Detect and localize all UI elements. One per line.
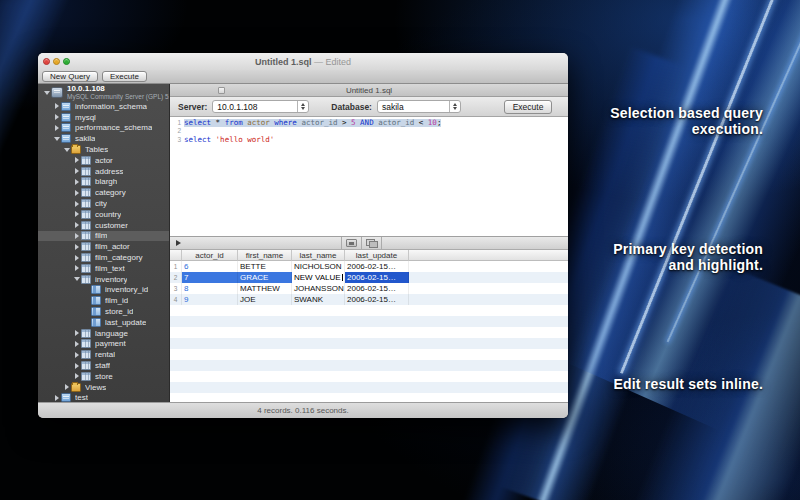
database-select[interactable]: sakila: [377, 100, 461, 113]
sidebar-item-inventory[interactable]: inventory: [38, 274, 169, 285]
sidebar-item-store-id[interactable]: store_id: [38, 306, 169, 317]
disclosure-closed-icon[interactable]: [73, 363, 81, 369]
disclosure-closed-icon[interactable]: [73, 168, 81, 174]
export-results-button[interactable]: [342, 237, 361, 249]
sidebar-item-film-category[interactable]: film_category: [38, 252, 169, 263]
disclosure-closed-icon[interactable]: [73, 265, 81, 271]
document-tab-bar[interactable]: Untitled 1.sql: [170, 84, 568, 97]
cell-last_update[interactable]: 2006-02-15…: [345, 261, 409, 272]
sidebar-item-payment[interactable]: payment: [38, 339, 169, 350]
sidebar-item-film-actor[interactable]: film_actor: [38, 241, 169, 252]
disclosure-open-icon[interactable]: [43, 91, 51, 95]
sql-editor[interactable]: 1select * from actor where actor_id > 5 …: [170, 117, 568, 236]
close-icon[interactable]: [43, 58, 50, 65]
sidebar-item-address[interactable]: address: [38, 166, 169, 177]
column-header-actor_id[interactable]: actor_id: [182, 250, 238, 261]
sidebar-item-customer[interactable]: customer: [38, 220, 169, 231]
cell-last_update[interactable]: 2006-02-15…: [345, 294, 409, 305]
disclosure-open-icon[interactable]: [73, 277, 81, 281]
disclosure-closed-icon[interactable]: [53, 395, 61, 401]
cell-last_update[interactable]: 2006-02-15…: [345, 272, 409, 283]
minimize-icon[interactable]: [53, 58, 60, 65]
cell-last_name[interactable]: JOHANSSON: [292, 283, 345, 294]
editor-line[interactable]: 1select * from actor where actor_id > 5 …: [170, 119, 568, 127]
cell-last_name[interactable]: SWANK: [292, 294, 345, 305]
sidebar-item-views[interactable]: Views: [38, 382, 169, 393]
disclosure-closed-icon[interactable]: [63, 384, 71, 390]
cell-first_name[interactable]: MATTHEW: [238, 283, 292, 294]
editor-line[interactable]: 3select 'hello world': [170, 136, 568, 144]
sidebar-item-film[interactable]: film: [38, 231, 169, 242]
database-icon: [61, 393, 71, 402]
sidebar-item-staff[interactable]: staff: [38, 360, 169, 371]
disclosure-closed-icon[interactable]: [73, 190, 81, 196]
sidebar-item-store[interactable]: store: [38, 371, 169, 382]
disclosure-closed-icon[interactable]: [73, 373, 81, 379]
cell-last_name[interactable]: NEW VALUE: [292, 272, 345, 283]
sidebar-item-actor[interactable]: actor: [38, 155, 169, 166]
sidebar-item-country[interactable]: country: [38, 209, 169, 220]
disclosure-closed-icon[interactable]: [73, 157, 81, 163]
sidebar-item-rental[interactable]: rental: [38, 349, 169, 360]
sidebar-item-language[interactable]: language: [38, 328, 169, 339]
sidebar-item-last-update[interactable]: last_update: [38, 317, 169, 328]
cell-first_name[interactable]: BETTE: [238, 261, 292, 272]
sidebar-item-film-id[interactable]: film_id: [38, 295, 169, 306]
toolbar-execute-button[interactable]: Execute: [102, 71, 147, 82]
title-bar[interactable]: Untitled 1.sql — Edited: [38, 53, 568, 70]
disclosure-closed-icon[interactable]: [53, 114, 61, 120]
sidebar-item-category[interactable]: category: [38, 187, 169, 198]
disclosure-closed-icon[interactable]: [73, 330, 81, 336]
cell-first_name[interactable]: GRACE: [238, 272, 292, 283]
result-sets-button[interactable]: [362, 237, 381, 249]
table-row[interactable]: 27GRACENEW VALUE2006-02-15…: [170, 272, 568, 283]
sidebar-item-inventory-id[interactable]: inventory_id: [38, 285, 169, 296]
sidebar-item-label: film_category: [95, 253, 143, 262]
table-icon: [81, 361, 91, 370]
server-select[interactable]: 10.0.1.108: [212, 100, 309, 113]
sidebar-item-film-text[interactable]: film_text: [38, 263, 169, 274]
disclosure-open-icon[interactable]: [53, 137, 61, 141]
column-header-first_name[interactable]: first_name: [238, 250, 292, 261]
database-label: Database:: [331, 102, 372, 112]
cell-actor_id[interactable]: 6: [182, 261, 238, 272]
disclosure-closed-icon[interactable]: [73, 341, 81, 347]
sidebar-item-mysql[interactable]: mysql: [38, 112, 169, 123]
sidebar-item-city[interactable]: city: [38, 198, 169, 209]
disclosure-closed-icon[interactable]: [73, 352, 81, 358]
sidebar-item-blargh[interactable]: blargh: [38, 177, 169, 188]
sidebar-item-information-schema[interactable]: information_schema: [38, 101, 169, 112]
cell-actor_id[interactable]: 9: [182, 294, 238, 305]
zoom-icon[interactable]: [63, 58, 70, 65]
disclosure-closed-icon[interactable]: [73, 255, 81, 261]
results-disclosure-icon[interactable]: [176, 240, 181, 246]
sidebar-item-sakila[interactable]: sakila: [38, 133, 169, 144]
disclosure-closed-icon[interactable]: [73, 179, 81, 185]
table-row[interactable]: 38MATTHEWJOHANSSON2006-02-15…: [170, 283, 568, 294]
disclosure-closed-icon[interactable]: [73, 222, 81, 228]
cell-actor_id[interactable]: 7: [182, 272, 238, 283]
disclosure-closed-icon[interactable]: [73, 211, 81, 217]
new-query-button[interactable]: New Query: [42, 71, 98, 82]
sidebar-item-10-0-1-108[interactable]: 10.0.1.108MySQL Community Server (GPL) 5…: [38, 84, 169, 101]
disclosure-closed-icon[interactable]: [53, 125, 61, 131]
disclosure-closed-icon[interactable]: [73, 233, 81, 239]
sidebar-item-performance-schema[interactable]: performance_schema: [38, 123, 169, 134]
table-row[interactable]: 49JOESWANK2006-02-15…: [170, 294, 568, 305]
tab-close-icon[interactable]: [218, 87, 225, 94]
tab-title[interactable]: Untitled 1.sql: [346, 86, 392, 95]
cell-last_name[interactable]: NICHOLSON: [292, 261, 345, 272]
disclosure-closed-icon[interactable]: [73, 201, 81, 207]
cell-last_update[interactable]: 2006-02-15…: [345, 283, 409, 294]
cell-actor_id[interactable]: 8: [182, 283, 238, 294]
sidebar-item-test[interactable]: test: [38, 393, 169, 402]
cell-first_name[interactable]: JOE: [238, 294, 292, 305]
column-header-last_update[interactable]: last_update: [345, 250, 409, 261]
disclosure-closed-icon[interactable]: [53, 103, 61, 109]
disclosure-closed-icon[interactable]: [73, 244, 81, 250]
disclosure-open-icon[interactable]: [63, 148, 71, 152]
execute-query-button[interactable]: Execute: [504, 100, 552, 114]
sidebar-item-tables[interactable]: Tables: [38, 144, 169, 155]
table-row[interactable]: 16BETTENICHOLSON2006-02-15…: [170, 261, 568, 272]
column-header-last_name[interactable]: last_name: [292, 250, 345, 261]
